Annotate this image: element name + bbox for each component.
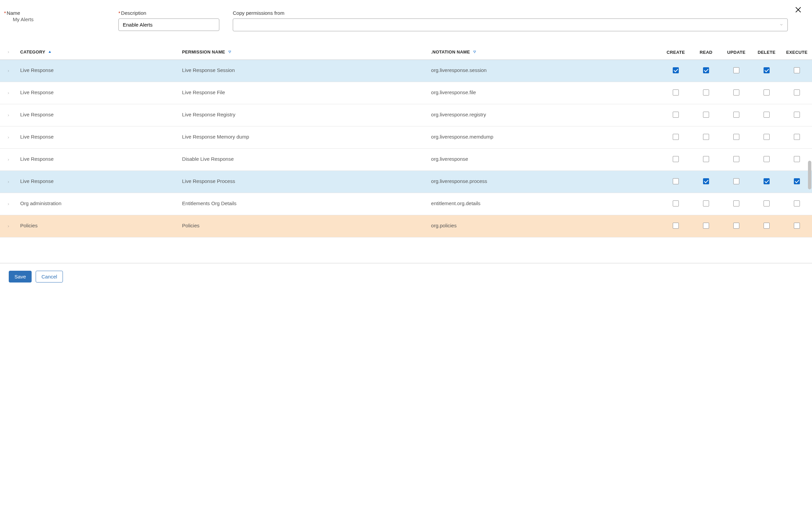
cell-update [721,171,752,193]
cell-read [691,127,721,149]
create-checkbox[interactable] [673,223,679,229]
row-expand-toggle[interactable] [0,127,17,149]
read-checkbox[interactable] [703,112,709,118]
expand-all-header[interactable] [0,45,17,60]
cancel-button[interactable]: Cancel [36,271,63,282]
cell-read [691,104,721,127]
save-button[interactable]: Save [9,271,32,282]
update-checkbox[interactable] [733,178,739,184]
create-checkbox[interactable] [673,134,679,140]
read-checkbox[interactable] [703,178,709,184]
read-checkbox[interactable] [703,134,709,140]
cell-execute [782,104,812,127]
create-checkbox[interactable] [673,112,679,118]
cell-delete [752,60,782,82]
delete-checkbox[interactable] [764,156,770,162]
execute-checkbox[interactable] [794,201,800,206]
description-field-group: *Description [118,10,219,31]
cell-delete [752,104,782,127]
cell-create [661,149,691,171]
row-expand-toggle[interactable] [0,60,17,82]
read-checkbox[interactable] [703,67,709,73]
close-button[interactable] [795,6,802,14]
cell-update [721,60,752,82]
execute-checkbox[interactable] [794,134,800,140]
read-checkbox[interactable] [703,223,709,229]
cell-execute [782,193,812,215]
cell-category: Live Response [17,127,179,149]
create-checkbox[interactable] [673,89,679,96]
cell-create [661,60,691,82]
row-expand-toggle[interactable] [0,149,17,171]
column-header-category[interactable]: CATEGORY [17,45,179,60]
update-checkbox[interactable] [733,223,739,229]
delete-checkbox[interactable] [764,112,770,118]
cell-delete [752,193,782,215]
cell-category: Live Response [17,104,179,127]
cell-update [721,104,752,127]
cell-read [691,193,721,215]
scrollbar-thumb[interactable] [808,161,811,189]
execute-checkbox[interactable] [794,112,800,118]
chevron-right-icon [7,134,10,140]
cell-category: Live Response [17,82,179,104]
name-value[interactable]: My Alerts [4,13,105,22]
execute-checkbox[interactable] [794,89,800,96]
chevron-right-icon [7,50,10,55]
chevron-right-icon [7,179,10,185]
cell-delete [752,171,782,193]
create-checkbox[interactable] [673,67,679,73]
cell-category: Live Response [17,171,179,193]
copy-permissions-select[interactable] [233,18,788,31]
execute-checkbox[interactable] [794,156,800,162]
copy-permissions-label: Copy permissions from [233,10,788,16]
delete-checkbox[interactable] [764,178,770,184]
cell-notation-name: org.liveresponse.process [428,171,661,193]
chevron-right-icon [7,201,10,207]
column-header-execute: EXECUTE [782,45,812,60]
delete-checkbox[interactable] [764,67,770,73]
create-checkbox[interactable] [673,156,679,162]
cell-update [721,193,752,215]
chevron-right-icon [7,157,10,162]
read-checkbox[interactable] [703,89,709,96]
delete-checkbox[interactable] [764,223,770,229]
update-checkbox[interactable] [733,112,739,118]
update-checkbox[interactable] [733,156,739,162]
read-checkbox[interactable] [703,201,709,206]
execute-checkbox[interactable] [794,223,800,229]
row-expand-toggle[interactable] [0,193,17,215]
execute-checkbox[interactable] [794,178,800,184]
row-expand-toggle[interactable] [0,104,17,127]
delete-checkbox[interactable] [764,134,770,140]
row-expand-toggle[interactable] [0,82,17,104]
create-checkbox[interactable] [673,201,679,206]
cell-delete [752,215,782,237]
cell-create [661,82,691,104]
cell-execute [782,171,812,193]
cell-execute [782,82,812,104]
form-header: *Name My Alerts *Description Copy permis… [0,0,812,35]
cell-execute [782,127,812,149]
cell-delete [752,149,782,171]
update-checkbox[interactable] [733,201,739,206]
cell-permission-name: Disable Live Response [179,149,427,171]
read-checkbox[interactable] [703,156,709,162]
delete-checkbox[interactable] [764,89,770,96]
column-header-notation-name[interactable]: .NOTATION NAME [428,45,661,60]
svg-marker-3 [229,51,231,53]
column-header-permission-name[interactable]: PERMISSION NAME [179,45,427,60]
update-checkbox[interactable] [733,134,739,140]
delete-checkbox[interactable] [764,201,770,206]
update-checkbox[interactable] [733,89,739,96]
execute-checkbox[interactable] [794,67,800,73]
update-checkbox[interactable] [733,67,739,73]
cell-read [691,82,721,104]
create-checkbox[interactable] [673,178,679,184]
row-expand-toggle[interactable] [0,171,17,193]
cell-notation-name: org.liveresponse.registry [428,104,661,127]
row-expand-toggle[interactable] [0,215,17,237]
permissions-table: CATEGORY PERMISSION NAME .NOTATION NAME [0,45,812,237]
svg-marker-2 [49,51,51,53]
description-input[interactable] [118,18,219,31]
